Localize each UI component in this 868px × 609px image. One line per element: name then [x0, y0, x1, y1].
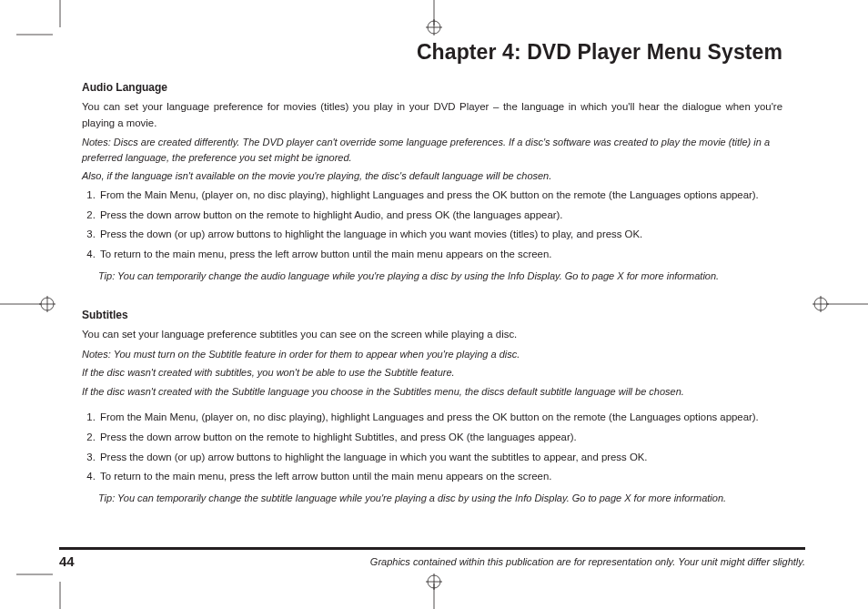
crop-mark-top: [424, 0, 444, 36]
footer-rule: [59, 547, 805, 550]
corner-tl: [16, 0, 62, 36]
content-area: Chapter 4: DVD Player Menu System Audio …: [59, 36, 805, 505]
audio-step: To return to the main menu, press the le…: [98, 247, 782, 263]
audio-steps-list: From the Main Menu, (player on, no disc …: [98, 188, 782, 263]
corner-bl: [16, 573, 62, 609]
audio-step: Press the down arrow button on the remot…: [98, 208, 782, 224]
subtitles-note-1: Notes: You must turn on the Subtitle fea…: [82, 347, 782, 362]
audio-note-1: Notes: Discs are created differently. Th…: [82, 135, 782, 165]
subtitles-step: Press the down arrow button on the remot…: [98, 430, 782, 446]
heading-audio-language: Audio Language: [82, 81, 782, 94]
footer-caption: Graphics contained within this publicati…: [370, 556, 805, 567]
subtitles-note-2: If the disc wasn't created with subtitle…: [82, 365, 782, 381]
subtitles-step: From the Main Menu, (player on, no disc …: [98, 410, 782, 426]
subtitles-intro: You can set your language preference sub…: [82, 327, 782, 343]
subtitles-steps-list: From the Main Menu, (player on, no disc …: [98, 410, 782, 485]
audio-tip: Tip: You can temporarily change the audi…: [98, 269, 782, 284]
crop-mark-right: [809, 294, 868, 314]
page-number: 44: [59, 553, 75, 569]
audio-intro: You can set your language preference for…: [82, 99, 782, 131]
footer-block: 44 Graphics contained within this public…: [59, 547, 805, 569]
audio-step: From the Main Menu, (player on, no disc …: [98, 188, 782, 204]
audio-note-2: Also, if the language isn't available on…: [82, 168, 782, 184]
page: Chapter 4: DVD Player Menu System Audio …: [59, 36, 805, 569]
chapter-title: Chapter 4: DVD Player Menu System: [82, 40, 782, 65]
crop-mark-bottom: [424, 573, 444, 609]
subtitles-tip: Tip: You can temporarily change the subt…: [98, 491, 782, 506]
crop-mark-left: [0, 294, 59, 314]
subtitles-step: To return to the main menu, press the le…: [98, 469, 782, 485]
heading-subtitles: Subtitles: [82, 309, 782, 321]
audio-step: Press the down (or up) arrow buttons to …: [98, 227, 782, 243]
subtitles-step: Press the down (or up) arrow buttons to …: [98, 450, 782, 466]
subtitles-note-3: If the disc wasn't created with the Subt…: [82, 384, 782, 400]
